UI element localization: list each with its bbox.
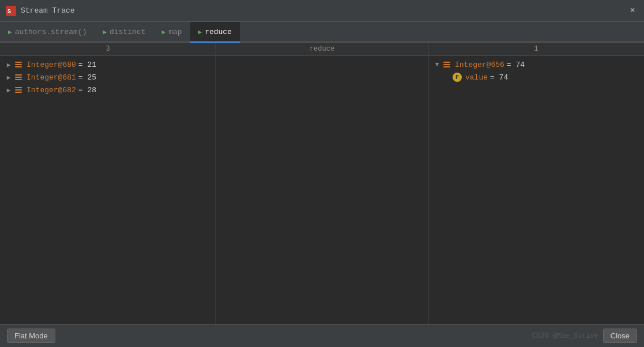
- item-value: = 25: [78, 73, 96, 82]
- child-item-label: value: [465, 73, 488, 82]
- expand-toggle[interactable]: ▶: [5, 73, 13, 81]
- child-item-value: = 74: [490, 73, 508, 82]
- left-panel-header: 3: [0, 43, 216, 56]
- item-label: Integer@656: [455, 61, 504, 69]
- flat-mode-button[interactable]: Flat Mode: [7, 329, 55, 343]
- left-panel: 3 ▶ Integer@680 = 21 ▶: [0, 43, 216, 324]
- right-panel-header: 1: [428, 43, 644, 56]
- right-panel-content: ▼ Integer@656 = 74 F value = 74: [428, 56, 644, 324]
- tab-label: reduce: [205, 28, 232, 36]
- item-value: = 21: [78, 61, 96, 69]
- tree-item[interactable]: ▶ Integer@682 = 28: [0, 84, 216, 96]
- list-icon: [15, 73, 23, 81]
- item-label: Integer@680: [27, 61, 76, 69]
- bottom-bar: Flat Mode CSDN @Mae_Strive Close: [0, 324, 644, 347]
- tab-label: distinct: [110, 28, 145, 36]
- field-icon: F: [453, 73, 462, 82]
- expand-toggle[interactable]: ▶: [5, 61, 13, 69]
- window-title: Stream Trace: [21, 6, 627, 15]
- watermark: CSDN @Mae_Strive: [532, 332, 598, 340]
- tree-item[interactable]: ▶ Integer@681 = 25: [0, 71, 216, 84]
- item-value: = 74: [507, 61, 525, 69]
- middle-panel-label: reduce: [216, 43, 428, 56]
- tab-reduce[interactable]: ▶ reduce: [190, 22, 240, 43]
- tab-bar: ▶ authors.stream() ▶ distinct ▶ map ▶ re…: [0, 22, 644, 43]
- main-content: 3 ▶ Integer@680 = 21 ▶: [0, 43, 644, 324]
- tab-map[interactable]: ▶ map: [154, 22, 190, 43]
- expand-toggle[interactable]: ▶: [5, 86, 13, 94]
- tab-label: map: [168, 28, 182, 36]
- child-tree-item[interactable]: F value = 74: [428, 71, 644, 84]
- tree-item[interactable]: ▶ Integer@680 = 21: [0, 58, 216, 71]
- title-bar: S Stream Trace ×: [0, 0, 644, 22]
- left-panel-content: ▶ Integer@680 = 21 ▶: [0, 56, 216, 324]
- right-panel: 1 ▼ Integer@656 = 74 F value =: [428, 43, 644, 324]
- tab-arrow-icon: ▶: [162, 28, 166, 36]
- item-label: Integer@681: [27, 73, 76, 82]
- item-value: = 28: [78, 86, 96, 95]
- tab-label: authors.stream(): [15, 28, 87, 36]
- list-icon: [15, 61, 23, 69]
- close-button[interactable]: Close: [603, 329, 637, 343]
- list-icon: [15, 86, 23, 94]
- tab-arrow-icon: ▶: [198, 28, 202, 36]
- tab-distinct[interactable]: ▶ distinct: [95, 22, 153, 43]
- tab-arrow-icon: ▶: [103, 28, 107, 36]
- svg-text:S: S: [7, 9, 11, 15]
- tab-authors-stream[interactable]: ▶ authors.stream(): [0, 22, 95, 43]
- close-window-button[interactable]: ×: [627, 5, 638, 17]
- middle-panel: reduce: [216, 43, 428, 324]
- expand-toggle[interactable]: ▼: [433, 61, 441, 69]
- item-label: Integer@682: [27, 86, 76, 95]
- tree-item[interactable]: ▼ Integer@656 = 74: [428, 58, 644, 71]
- app-icon: S: [6, 6, 16, 16]
- tab-arrow-icon: ▶: [8, 28, 12, 36]
- list-icon: [443, 61, 451, 69]
